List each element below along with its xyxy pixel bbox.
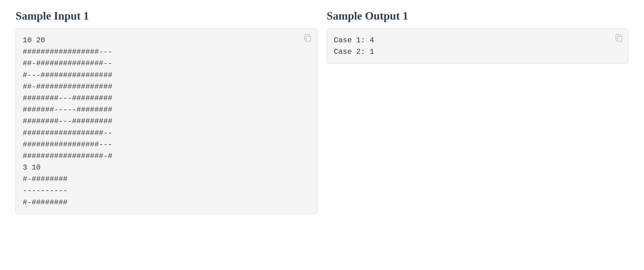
copy-output-button[interactable] <box>614 33 623 42</box>
sample-input-heading: Sample Input 1 <box>16 9 317 22</box>
samples-container: Sample Input 1 10 20 #################--… <box>16 9 628 214</box>
sample-output-box: Case 1: 4 Case 2: 1 <box>327 29 628 63</box>
sample-input-column: Sample Input 1 10 20 #################--… <box>16 9 317 214</box>
svg-rect-1 <box>617 36 622 41</box>
svg-rect-0 <box>306 36 310 41</box>
sample-output-heading: Sample Output 1 <box>327 9 628 22</box>
sample-output-content: Case 1: 4 Case 2: 1 <box>334 35 621 58</box>
sample-input-box: 10 20 #################--- ##-##########… <box>16 29 317 214</box>
copy-input-button[interactable] <box>303 33 312 42</box>
copy-icon <box>303 33 312 42</box>
sample-output-column: Sample Output 1 Case 1: 4 Case 2: 1 <box>327 9 628 214</box>
copy-icon <box>614 33 623 42</box>
sample-input-content: 10 20 #################--- ##-##########… <box>23 35 310 208</box>
